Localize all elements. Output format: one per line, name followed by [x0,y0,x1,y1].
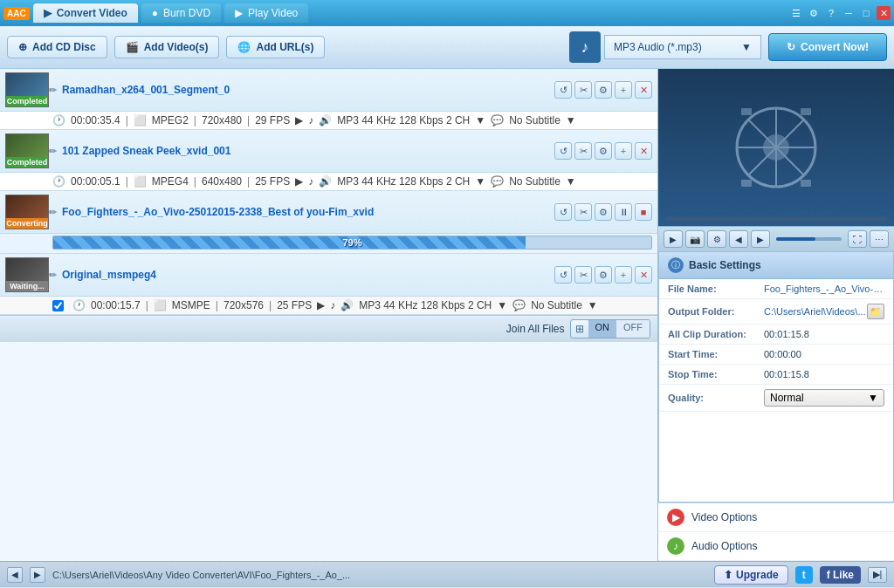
file-header: Converting ✏ Foo_Fighters_-_Ao_Vivo-2501… [0,191,657,234]
file-header: Completed ✏ Ramadhan_x264_001_Segment_0 … [0,69,657,112]
status-badge: Completed [6,96,48,106]
help-icon[interactable]: ? [824,6,838,20]
gear-icon[interactable]: ⚙ [807,6,821,20]
tab-burn-dvd[interactable]: ● Burn DVD [141,3,221,23]
file-actions: ↺ ✂ ⚙ + ✕ [554,142,652,160]
add-file-icon[interactable]: + [615,81,632,99]
scissors-icon[interactable]: ✂ [574,203,592,221]
start-time-label: Start Time: [668,349,764,359]
add-file-icon[interactable]: + [615,266,632,284]
join-toggle-on[interactable]: ON [588,320,617,338]
add-url-button[interactable]: 🌐 Add URL(s) [226,36,325,58]
refresh-icon[interactable]: ↺ [554,142,572,160]
video-options-row[interactable]: ▶ Video Options [658,503,894,532]
stop-icon[interactable]: ■ [635,203,652,221]
edit-icon[interactable]: ✏ [49,207,57,218]
snapshot-button[interactable]: 📷 [685,230,705,248]
upgrade-button[interactable]: ⬆ Upgrade [714,565,788,585]
edit-icon[interactable]: ✏ [49,146,57,157]
film-reel-graphic [724,104,829,191]
nav-prev-button[interactable]: ◀ [7,567,23,583]
minimize-button[interactable]: ─ [842,6,856,20]
settings-header: ⓘ Basic Settings [659,252,893,279]
subtitle-dropdown[interactable]: ▼ [566,175,576,188]
add-video-icon: 🎬 [126,41,139,53]
subtitle-icon: 💬 [491,175,504,188]
close-button[interactable]: ✕ [877,6,891,20]
settings-panel: ⓘ Basic Settings File Name: Foo_Fighters… [658,251,894,503]
svg-rect-8 [741,180,752,187]
refresh-icon[interactable]: ↺ [554,203,572,221]
volume-icon: 🔊 [319,175,332,188]
format-dropdown[interactable]: MP3 Audio (*.mp3) ▼ [604,35,761,59]
file-title[interactable]: Original_msmpeg4 [62,269,554,281]
file-duration: 00:00:15.7 [91,299,141,311]
scissors-icon[interactable]: ✂ [574,81,592,99]
menu-icon[interactable]: ☰ [789,6,803,20]
burn-dvd-icon: ● [152,7,158,19]
volume-icon: 🔊 [319,114,332,126]
prev-frame-button[interactable]: ◀ [729,230,748,248]
next-frame-button[interactable]: ▶ [751,230,770,248]
subtitle-dropdown[interactable]: ▼ [566,114,576,126]
output-label: Output Folder: [668,306,764,317]
remove-file-icon[interactable]: ✕ [635,266,652,284]
window-controls: ☰ ⚙ ? ─ □ ✕ [789,6,891,20]
refresh-icon[interactable]: ↺ [554,266,572,284]
nav-next-button[interactable]: ▶ [30,567,45,583]
refresh-icon[interactable]: ↺ [554,81,572,99]
file-actions: ↺ ✂ ⚙ ⏸ ■ [554,203,652,221]
tab-play-video[interactable]: ▶ Play Video [224,3,308,23]
settings-icon[interactable]: ⚙ [595,266,612,284]
video-options-icon: ▶ [667,509,684,526]
stop-time-label: Stop Time: [668,369,764,379]
file-title[interactable]: Ramadhan_x264_001_Segment_0 [62,84,554,96]
remove-file-icon[interactable]: ✕ [635,142,652,160]
folder-browse-button[interactable]: 📁 [867,304,884,319]
file-checkbox[interactable] [52,300,64,311]
file-title[interactable]: 101 Zapped Sneak Peek_xvid_001 [62,145,554,157]
file-thumbnail: Completed [5,72,49,107]
subtitle-dropdown[interactable]: ▼ [588,299,598,311]
dropdown-icon: ▼ [497,299,507,311]
pause-icon[interactable]: ⏸ [615,203,632,221]
nav-end-button[interactable]: ▶| [868,567,887,583]
duration-icon: 🕐 [52,114,65,126]
list-item: Converting ✏ Foo_Fighters_-_Ao_Vivo-2501… [0,191,657,254]
add-file-icon[interactable]: + [615,142,632,160]
fullscreen-button[interactable]: ⛶ [848,230,867,248]
twitter-button[interactable]: t [795,566,813,584]
settings-icon[interactable]: ⚙ [595,203,612,221]
settings-icon[interactable]: ⚙ [595,142,612,160]
add-cd-disc-button[interactable]: ⊕ Add CD Disc [7,36,107,58]
settings-icon[interactable]: ⚙ [595,81,612,99]
file-info: 🕐 00:00:15.7 | ⬜ MSMPE | 720x576 | 25 FP… [0,297,657,314]
play-button[interactable]: ▶ [664,230,683,248]
edit-icon[interactable]: ✏ [49,85,57,96]
output-value: C:\Users\Ariel\Videos\... [764,306,867,317]
settings-control-button[interactable]: ⚙ [707,230,726,248]
remove-file-icon[interactable]: ✕ [635,81,652,99]
add-video-button[interactable]: 🎬 Add Video(s) [114,36,220,58]
scissors-icon[interactable]: ✂ [574,266,592,284]
seek-bar[interactable] [665,217,887,221]
volume-slider[interactable] [776,237,842,241]
edit-icon[interactable]: ✏ [49,270,57,281]
convert-now-button[interactable]: ↻ Convert Now! [768,33,887,61]
maximize-button[interactable]: □ [859,6,873,20]
facebook-button[interactable]: f Like [820,566,861,584]
file-fps: 29 FPS [255,114,290,126]
more-options-button[interactable]: ⋯ [870,230,889,248]
scissors-icon[interactable]: ✂ [574,142,592,160]
audio-options-row[interactable]: ♪ Audio Options [658,532,894,561]
codec-icon: ⬜ [154,299,167,311]
file-thumbnail: Completed [5,133,49,168]
join-toggle-off[interactable]: OFF [616,320,650,338]
file-subtitle: No Subtitle [509,114,560,126]
file-title[interactable]: Foo_Fighters_-_Ao_Vivo-25012015-2338_Bes… [62,206,554,218]
quality-select[interactable]: Normal ▼ [764,389,884,407]
stop-time-value: 00:01:15.8 [764,369,884,379]
tab-convert-video[interactable]: ▶ Convert Video [33,3,138,23]
settings-title: Basic Settings [689,259,761,271]
join-toggle: ⊞ ON OFF [570,319,651,338]
